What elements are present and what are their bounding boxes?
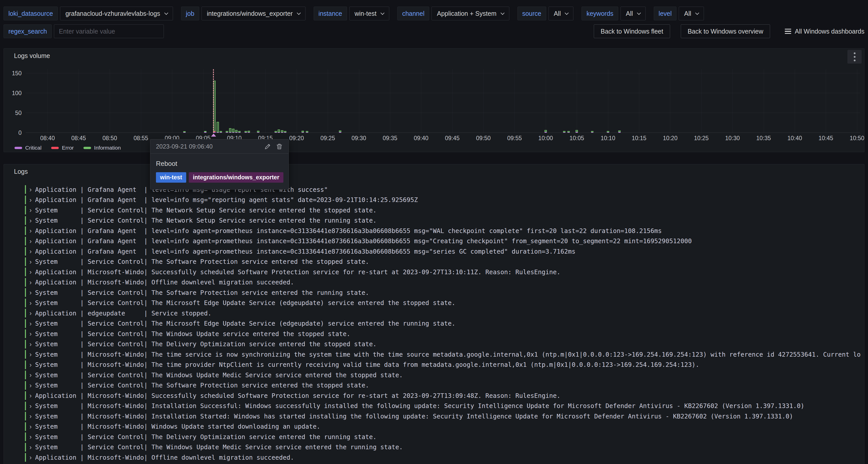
x-axis-tick-label: 09:45 [445, 135, 460, 142]
legend-color-marker [14, 147, 22, 149]
nav-button[interactable]: Back to Windows overview [681, 24, 770, 38]
log-row[interactable]: › System | Service Control| The Software… [25, 287, 861, 298]
x-gridline [359, 69, 359, 133]
log-row[interactable]: › System | Service Control| The Network … [25, 215, 861, 226]
log-row[interactable]: › System | Microsoft-Windo| The time pro… [25, 360, 861, 370]
log-row[interactable]: › System | Microsoft-Windo| Installation… [25, 411, 861, 422]
annotation-tooltip-header: 2023-09-21 09:06:40 [150, 140, 288, 154]
information-segment [281, 130, 283, 132]
expand-chevron-icon: › [26, 237, 35, 246]
regex-search-input[interactable] [54, 24, 164, 38]
log-line-text: System | Service Control| The Network Se… [35, 207, 376, 214]
variable-dropdown[interactable]: All [620, 7, 646, 20]
variable-label: loki_datasource [4, 7, 58, 20]
chevron-down-icon [565, 11, 569, 15]
nav-button[interactable]: Back to Windows fleet [594, 24, 670, 38]
annotation-tooltip: 2023-09-21 09:06:40 Reboot win-testinteg… [150, 139, 289, 189]
log-row[interactable]: › System | Microsoft-Windo| Installation… [25, 401, 861, 411]
delete-trash-icon[interactable] [276, 143, 283, 150]
log-row[interactable]: › Application | Microsoft-Windo| Offline… [25, 452, 861, 463]
log-line-text: Application | Microsoft-Windo| Successfu… [35, 392, 560, 399]
log-line-text: System | Service Control| The Software P… [35, 289, 369, 296]
log-row[interactable]: › Application | Grafana Agent | level=in… [25, 246, 861, 257]
log-line-text: Application | Grafana Agent | level=info… [35, 248, 576, 255]
expand-chevron-icon: › [26, 330, 35, 338]
x-axis-tick-label: 10:45 [819, 135, 833, 142]
legend-color-marker [51, 147, 59, 149]
template-variable: level All [654, 7, 704, 20]
legend-item[interactable]: Critical [14, 145, 41, 151]
x-axis-tick-label: 10:00 [538, 135, 553, 142]
expand-chevron-icon: › [26, 422, 35, 431]
information-segment [216, 122, 219, 132]
expand-chevron-icon: › [26, 432, 35, 441]
variable-dropdown[interactable]: grafanacloud-vzhuravlevlabs-logs [60, 7, 173, 20]
information-segment [232, 129, 234, 132]
log-line-text: System | Microsoft-Windo| Windows Update… [35, 423, 320, 430]
x-axis-tick-label: 09:40 [414, 135, 429, 142]
template-variable: loki_datasource grafanacloud-vzhuravlevl… [4, 7, 173, 20]
critical-segment [607, 132, 609, 133]
log-row[interactable]: › Application | Grafana Agent | level=in… [25, 226, 861, 236]
variable-dropdown[interactable]: All [679, 7, 704, 20]
log-row[interactable]: › Application | edgeupdate | Service sto… [25, 308, 861, 318]
log-row[interactable]: › System | Microsoft-Windo| Windows Upda… [25, 422, 861, 432]
volume-bar [545, 130, 547, 133]
expand-chevron-icon: › [26, 402, 35, 410]
log-row[interactable]: › System | Service Control| The Network … [25, 205, 861, 215]
log-row[interactable]: › System | Service Control| The Microsof… [25, 298, 861, 308]
log-row[interactable]: › System | Service Control| The Windows … [25, 442, 861, 453]
logs-volume-panel: Logs volume 050100150 08:4008:4508:5008:… [4, 48, 864, 152]
critical-segment [278, 132, 280, 133]
variable-dropdown[interactable]: Application + System [431, 7, 509, 20]
log-line-text: System | Microsoft-Windo| The time servi… [35, 351, 861, 358]
log-row[interactable]: › System | Service Control| The Delivery… [25, 339, 861, 349]
log-row[interactable]: › System | Service Control| The Software… [25, 380, 861, 391]
log-row[interactable]: › Application | Grafana Agent | level=in… [25, 236, 861, 247]
legend-item[interactable]: Error [51, 145, 74, 151]
log-row[interactable]: › Application | Microsoft-Windo| Success… [25, 267, 861, 277]
all-windows-dashboards-link[interactable]: All Windows dashboards [785, 28, 864, 35]
chevron-down-icon [297, 11, 301, 15]
log-row[interactable]: › System | Service Control| The Microsof… [25, 318, 861, 329]
log-row[interactable]: › Application | Grafana Agent | level=in… [25, 195, 861, 205]
annotation-timestamp: 2023-09-21 09:06:40 [156, 143, 213, 150]
variable-row-2: regex_search Back to Windows fleetBack t… [4, 24, 864, 38]
y-axis-tick-label: 50 [4, 110, 22, 116]
x-axis-tick-label: 09:30 [351, 135, 366, 142]
volume-bar [232, 129, 234, 133]
variable-dropdown[interactable]: All [549, 7, 574, 20]
volume-bar [238, 131, 241, 133]
x-gridline [203, 69, 204, 133]
information-segment [545, 130, 547, 132]
legend-item[interactable]: Information [84, 145, 121, 151]
volume-bar [618, 130, 620, 133]
log-row[interactable]: › Application | Microsoft-Windo| Success… [25, 391, 861, 401]
chevron-down-icon [695, 11, 699, 15]
expand-chevron-icon: › [26, 288, 35, 297]
x-gridline [328, 69, 328, 133]
variable-dropdown[interactable]: integrations/windows_exporter [202, 7, 306, 20]
logs-panel-title[interactable]: Logs [14, 168, 28, 175]
logs-volume-plot[interactable]: 050100150 [26, 69, 860, 133]
volume-bar [229, 128, 231, 133]
log-row[interactable]: › System | Service Control| The Delivery… [25, 432, 861, 442]
log-line-text: System | Service Control| The Delivery O… [35, 340, 376, 348]
log-row[interactable]: › System | Microsoft-Windo| The time ser… [25, 349, 861, 360]
expand-chevron-icon: › [26, 247, 35, 256]
log-row[interactable]: › System | Service Control| The Windows … [25, 329, 861, 339]
log-row[interactable]: › Application | Microsoft-Windo| Offline… [25, 277, 861, 288]
variable-value: All [554, 10, 561, 17]
log-line-text: System | Service Control| The Microsoft … [35, 320, 455, 327]
log-row[interactable]: › System | Service Control| The Software… [25, 257, 861, 267]
panel-menu-kebab-icon[interactable] [847, 50, 862, 64]
volume-bar [183, 131, 186, 133]
edit-pencil-icon[interactable] [264, 143, 271, 150]
variable-dropdown[interactable]: win-test [349, 7, 389, 20]
logs-volume-panel-title[interactable]: Logs volume [14, 52, 50, 60]
expand-chevron-icon: › [26, 299, 35, 307]
chevron-down-icon [500, 11, 504, 15]
x-axis-tick-label: 10:20 [663, 135, 678, 142]
variable-label: keywords [582, 7, 618, 20]
log-row[interactable]: › System | Service Control| The Windows … [25, 370, 861, 380]
